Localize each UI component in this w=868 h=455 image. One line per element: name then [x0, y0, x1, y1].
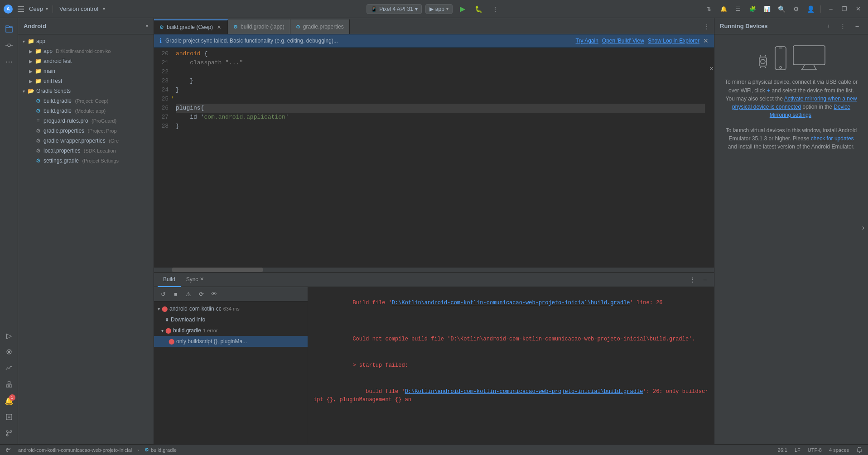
sidebar-item-build-gradle-project[interactable]: ▶ ⚙ build.gradle (Project: Ceep)	[18, 96, 154, 106]
sidebar-item-gradle-properties[interactable]: ▶ ⚙ gradle.properties (Project Prop	[18, 126, 154, 136]
add-icon: +	[767, 86, 770, 94]
activity-debug[interactable]	[2, 345, 16, 359]
build-stop-btn[interactable]: ■	[170, 289, 181, 300]
svg-line-16	[765, 55, 766, 57]
line-numbers: 20 21 22 23 24 25 26 27 28	[154, 48, 172, 268]
activity-build[interactable]	[2, 377, 16, 392]
activity-project-files[interactable]	[2, 22, 16, 36]
status-notifications-icon[interactable]	[854, 447, 864, 453]
activity-event-log[interactable]	[2, 410, 16, 424]
build-item-download[interactable]: ⬇Download info	[154, 314, 308, 325]
build-item-build-gradle[interactable]: ▾ ⬤ build.gradle 1 error	[154, 325, 308, 336]
sidebar-header-dropdown[interactable]: ▾	[146, 24, 148, 29]
sidebar-item-gradle-wrapper[interactable]: ▶ ⚙ gradle-wrapper.properties (Gre	[18, 136, 154, 146]
running-devices-minimize[interactable]: –	[852, 21, 863, 32]
activity-notifications[interactable]: 🔔 1	[2, 393, 16, 408]
activity-profiler[interactable]	[2, 361, 16, 375]
activity-run[interactable]: ▷	[2, 328, 16, 343]
run-config-icon: ▶	[429, 6, 434, 12]
sidebar-item-app-root[interactable]: ▾ 📁 app	[18, 36, 154, 46]
tab-gradle-properties[interactable]: ⚙ gradle.properties	[290, 19, 350, 34]
tab-build-gradle-ceep[interactable]: ⚙ build.gradle (Ceep) ✕	[154, 19, 228, 34]
status-file[interactable]: ⚙ build.gradle	[143, 447, 178, 453]
activity-more-tool-windows[interactable]: ⋯	[2, 54, 16, 69]
notifications-icon[interactable]: 🔔	[717, 3, 730, 15]
status-git[interactable]	[4, 447, 13, 453]
activity-commit[interactable]	[2, 38, 16, 53]
sidebar-item-androidtest[interactable]: ▶ 📁 androidTest	[18, 56, 154, 66]
debug-button[interactable]: 🐛	[473, 3, 485, 15]
build-rerun-btn[interactable]: ↺	[158, 289, 169, 300]
sidebar-item-build-gradle-module[interactable]: ▶ ⚙ build.gradle (Module: app)	[18, 106, 154, 116]
account-icon[interactable]: 👤	[804, 3, 817, 15]
panel-tab-build[interactable]: Build	[158, 273, 181, 287]
output-link-2[interactable]: D:\Kotlin\android-com-kotlin-comunicacao…	[405, 388, 643, 395]
sidebar-item-app-sub[interactable]: ▶ 📁 app D:\Kotlin\android-com-ko	[18, 46, 154, 56]
running-devices-more[interactable]: ⋮	[837, 21, 848, 32]
try-again-link[interactable]: Try Again	[576, 38, 598, 44]
vcs-button[interactable]: Version control	[58, 5, 100, 13]
panel-minimize[interactable]: –	[699, 274, 710, 285]
more-actions-button[interactable]: ⋮	[489, 3, 502, 15]
status-project-path[interactable]: android-com-kotlin-comunicacao-web-proje…	[16, 447, 134, 453]
search-everywhere-icon[interactable]: 🔍	[775, 3, 788, 15]
sidebar-item-settings-gradle[interactable]: ▶ ⚙ settings.gradle (Project Settings	[18, 156, 154, 166]
panel-tab-sync-close[interactable]: ✕	[200, 276, 204, 282]
show-log-link[interactable]: Show Log in Explorer	[648, 38, 699, 44]
notification-close-icon[interactable]: ✕	[703, 37, 709, 44]
panel-area: Build Sync ✕ ⋮ – ↺ ■ ⚠	[154, 272, 714, 444]
sidebar-item-proguard[interactable]: ▶ ≡ proguard-rules.pro (ProGuard)	[18, 116, 154, 126]
minimize-button[interactable]: –	[825, 3, 837, 15]
maximize-button[interactable]: ❐	[838, 3, 851, 15]
tab-more-button[interactable]: ⋮	[699, 19, 714, 34]
running-devices-virtual: To launch virtual devices in this window…	[723, 126, 859, 151]
plugins-icon[interactable]: 🧩	[746, 3, 759, 15]
vcs-operations-icon[interactable]: ⇅	[703, 3, 715, 15]
device-selector[interactable]: 📱 Pixel 4 API 31 ▾	[366, 4, 422, 14]
properties-icon-gradle: ⚙	[34, 127, 42, 134]
status-indent[interactable]: 4 spaces	[827, 447, 851, 453]
sidebar-label-androidtest: androidTest	[43, 58, 72, 64]
sidebar-item-unittest[interactable]: ▶ 📁 unitTest	[18, 76, 154, 86]
panel-tab-sync[interactable]: Sync ✕	[181, 273, 210, 287]
status-line-endings[interactable]: LF	[793, 447, 802, 453]
build-tree: ▾ ⬤ android-com-kotlin-cc 634 ms ⬇Downlo…	[154, 302, 308, 444]
build-item-error-detail[interactable]: ⬤ only buildscript {}, pluginMa...	[154, 336, 308, 347]
run-config-selector[interactable]: ▶ app ▾	[425, 4, 453, 14]
output-link-1[interactable]: D:\Kotlin\android-com-kotlin-comunicacao…	[392, 300, 630, 306]
sidebar-item-local-properties[interactable]: ▶ ⚙ local.properties (SDK Location	[18, 146, 154, 156]
sidebar-item-gradle-scripts[interactable]: ▾ 📂 Gradle Scripts	[18, 86, 154, 96]
check-updates-link[interactable]: check for updates	[811, 135, 854, 142]
running-devices-scroll-right[interactable]: ›	[862, 224, 864, 232]
panel-action-filter[interactable]: ⋮	[687, 274, 698, 285]
close-button[interactable]: ✕	[852, 3, 864, 15]
profiler-icon[interactable]: 📊	[761, 3, 773, 15]
tasks-icon[interactable]: ☰	[732, 3, 744, 15]
close-notification-gutter[interactable]: ✕	[709, 66, 714, 72]
status-encoding[interactable]: UTF-8	[806, 447, 824, 453]
activity-git[interactable]	[2, 426, 16, 441]
settings-icon[interactable]: ⚙	[790, 3, 802, 15]
status-position[interactable]: 26:1	[776, 447, 789, 453]
horizontal-scrollbar[interactable]	[154, 268, 714, 272]
folder-icon-main: 📁	[34, 67, 42, 75]
svg-point-13	[6, 434, 8, 436]
tab-close-bg-ceep[interactable]: ✕	[216, 24, 222, 30]
sidebar-label-bg-proj: build.gradle (Project: Ceep)	[43, 98, 108, 104]
hamburger-menu[interactable]	[15, 4, 26, 14]
build-item-root[interactable]: ▾ ⬤ android-com-kotlin-cc 634 ms	[154, 303, 308, 314]
open-build-view-link[interactable]: Open 'Build' View	[602, 38, 644, 44]
sidebar-item-main[interactable]: ▶ 📁 main	[18, 66, 154, 76]
device-icon: 📱	[371, 6, 377, 12]
add-device-button[interactable]: +	[823, 21, 834, 32]
build-filter-warnings[interactable]: ⚠	[183, 289, 194, 300]
code-content[interactable]: android { classpath "..." } } �	[172, 48, 709, 268]
project-dropdown-icon[interactable]: ▾	[46, 6, 48, 11]
lightbulb-icon[interactable]: 💡	[172, 95, 174, 104]
build-restart-btn[interactable]: ⟳	[196, 289, 207, 300]
build-eye-btn[interactable]: 👁	[208, 289, 219, 300]
tab-build-gradle-app[interactable]: ⚙ build.gradle (:app)	[228, 19, 290, 34]
svg-rect-8	[6, 414, 12, 420]
vcs-dropdown-icon[interactable]: ▾	[103, 6, 105, 11]
run-button[interactable]: ▶	[456, 3, 469, 15]
